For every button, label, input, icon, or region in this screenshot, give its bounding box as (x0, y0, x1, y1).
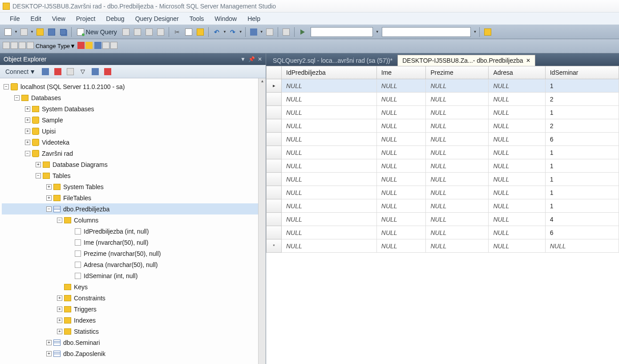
cell-ime[interactable]: NULL (376, 133, 426, 146)
row-selector[interactable] (267, 173, 282, 186)
cell-prezime[interactable]: NULL (426, 159, 489, 173)
add-derived-button[interactable] (110, 42, 117, 50)
cell-id[interactable]: NULL (282, 119, 377, 133)
menu-debug[interactable]: Debug (101, 13, 129, 24)
cell-ime[interactable]: NULL (376, 159, 426, 173)
cell-adresa[interactable]: NULL (489, 146, 545, 159)
expand-icon[interactable]: + (57, 318, 62, 323)
mdx-query-button[interactable] (132, 27, 143, 37)
cell-idseminar[interactable]: 6 (545, 133, 619, 146)
add-table-button[interactable] (102, 42, 109, 50)
execute-button[interactable] (297, 27, 308, 37)
tree-db-upisi[interactable]: +Upisi (2, 125, 264, 137)
tree-col-prezime[interactable]: Prezime (nvarchar(50), null) (2, 248, 264, 259)
cell-prezime[interactable]: NULL (426, 146, 489, 159)
row-selector[interactable] (267, 199, 282, 213)
cell-idseminar[interactable]: 2 (545, 93, 619, 106)
dropdown-icon[interactable]: ▼ (240, 56, 246, 62)
row-selector[interactable] (267, 213, 282, 226)
run-button[interactable] (77, 42, 85, 50)
close-icon[interactable]: ✕ (258, 56, 262, 62)
add-groupby-button[interactable] (94, 42, 101, 50)
expand-icon[interactable]: + (46, 351, 52, 356)
dropdown-icon[interactable]: ▼ (376, 30, 379, 34)
tree-db-sample[interactable]: +Sample (2, 114, 264, 125)
row-selector[interactable] (267, 93, 282, 106)
cell-adresa[interactable]: NULL (489, 79, 545, 93)
cell-prezime[interactable]: NULL (426, 173, 489, 186)
cell-ime[interactable]: NULL (376, 213, 426, 226)
copy-button[interactable] (183, 27, 194, 37)
row-selector[interactable] (267, 119, 282, 133)
menu-query-designer[interactable]: Query Designer (130, 13, 184, 24)
tree-tables[interactable]: −Tables (2, 170, 264, 181)
new-query-button[interactable]: New Query (74, 28, 120, 36)
cell-adresa[interactable]: NULL (489, 199, 545, 213)
tree-constraints[interactable]: +Constraints (2, 292, 264, 303)
collapse-icon[interactable]: − (14, 95, 20, 101)
tree-table-zaposlenik[interactable]: +dbo.Zaposlenik (2, 348, 264, 359)
expand-icon[interactable]: + (36, 162, 41, 167)
table-row[interactable]: NULLNULLNULLNULL6 (267, 226, 619, 239)
tree-dbdiagrams[interactable]: +Database Diagrams (2, 159, 264, 170)
close-icon[interactable]: ✕ (526, 57, 530, 64)
tree-indexes[interactable]: +Indexes (2, 315, 264, 326)
cell-id[interactable]: NULL (282, 186, 377, 199)
table-new-row[interactable]: *NULLNULLNULLNULLNULL (267, 239, 619, 253)
cell-id[interactable]: NULL (282, 79, 377, 93)
verify-sql-button[interactable] (85, 42, 93, 50)
cell-adresa[interactable]: NULL (489, 119, 545, 133)
redo-button[interactable]: ↷ (227, 27, 238, 37)
nav-fwd-button[interactable] (264, 27, 275, 37)
table-row[interactable]: NULLNULLNULLNULL1 (267, 146, 619, 159)
cell-adresa[interactable]: NULL (489, 239, 545, 253)
tree-statistics[interactable]: +Statistics (2, 326, 264, 337)
data-grid[interactable]: IdPredbiljezba Ime Prezime Adresa IdSemi… (266, 66, 619, 364)
expand-icon[interactable]: + (25, 140, 30, 145)
cell-idseminar[interactable]: 1 (545, 199, 619, 213)
collapse-icon[interactable]: − (57, 218, 62, 223)
cell-id[interactable]: NULL (282, 146, 377, 159)
expand-icon[interactable]: + (57, 295, 62, 301)
pin-icon[interactable]: 📌 (248, 56, 255, 62)
tree-table-predbiljezba[interactable]: −dbo.Predbiljezba (2, 203, 264, 214)
cell-id[interactable]: NULL (282, 93, 377, 106)
expand-icon[interactable]: + (25, 129, 30, 134)
database-combo[interactable] (311, 27, 373, 37)
row-selector[interactable] (267, 146, 282, 159)
cell-prezime[interactable]: NULL (426, 119, 489, 133)
cell-adresa[interactable]: NULL (489, 159, 545, 173)
open-button[interactable] (35, 27, 45, 37)
cell-idseminar[interactable]: 1 (545, 159, 619, 173)
expand-icon[interactable]: + (25, 106, 30, 112)
cell-adresa[interactable]: NULL (489, 173, 545, 186)
row-selector[interactable]: ▸ (267, 79, 282, 93)
expand-icon[interactable]: + (57, 329, 62, 334)
menu-window[interactable]: Window (209, 13, 242, 24)
tab-sqlquery2[interactable]: SQLQuery2.sql - loca...avršni rad (sa (5… (268, 55, 397, 66)
table-row[interactable]: NULLNULLNULLNULL6 (267, 133, 619, 146)
col-idpredbiljezba[interactable]: IdPredbiljezba (282, 66, 377, 79)
cell-id[interactable]: NULL (282, 239, 377, 253)
show-criteria-button[interactable] (11, 42, 18, 50)
tree-filetables[interactable]: +FileTables (2, 192, 264, 203)
xmla-query-button[interactable] (155, 27, 166, 37)
cell-prezime[interactable]: NULL (426, 226, 489, 239)
connect-server-button[interactable] (40, 66, 51, 77)
cell-prezime[interactable]: NULL (426, 79, 489, 93)
undo-button[interactable]: ↶ (211, 27, 222, 37)
table-row[interactable]: NULLNULLNULLNULL1 (267, 186, 619, 199)
col-adresa[interactable]: Adresa (489, 66, 545, 79)
col-prezime[interactable]: Prezime (426, 66, 489, 79)
dropdown-icon[interactable]: ▼ (260, 30, 263, 34)
cell-adresa[interactable]: NULL (489, 106, 545, 119)
menu-tools[interactable]: Tools (184, 13, 210, 24)
table-row[interactable]: NULLNULLNULLNULL2 (267, 119, 619, 133)
cell-idseminar[interactable]: 2 (545, 119, 619, 133)
row-selector[interactable] (267, 226, 282, 239)
tree-col-idseminar[interactable]: IdSeminar (int, null) (2, 270, 264, 281)
cell-prezime[interactable]: NULL (426, 199, 489, 213)
show-sql-button[interactable] (19, 42, 26, 50)
cell-id[interactable]: NULL (282, 159, 377, 173)
menu-file[interactable]: File (4, 13, 25, 24)
